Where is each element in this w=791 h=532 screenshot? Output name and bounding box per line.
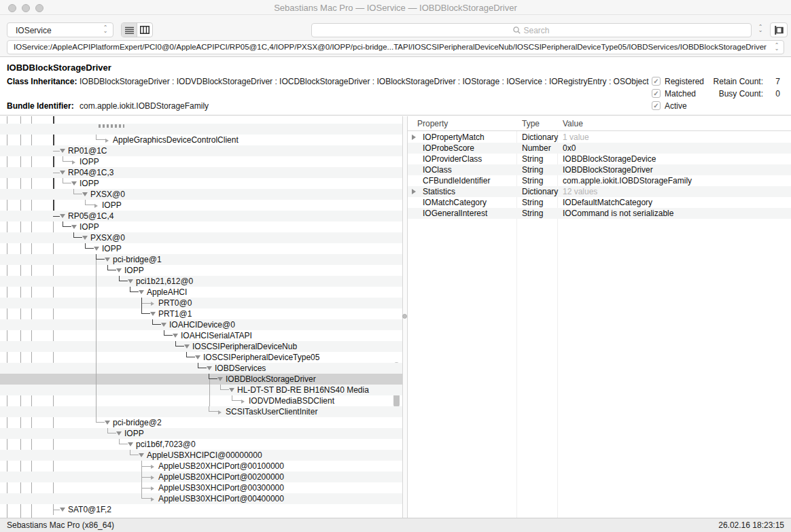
- path-bar[interactable]: IOService:/AppleACPIPlatformExpert/PCI0@…: [7, 40, 784, 54]
- disclosure-triangle-icon[interactable]: [105, 421, 110, 425]
- tree-row[interactable]: RP05@1C,4: [68, 212, 114, 221]
- disclosure-triangle-icon[interactable]: [139, 453, 144, 457]
- active-checkbox[interactable]: ✓: [652, 101, 661, 110]
- tree-row[interactable]: IOAHCISerialATAPI: [181, 332, 252, 340]
- disclosure-triangle-icon[interactable]: [207, 366, 212, 370]
- property-cell[interactable]: CFBundleIdentifier: [423, 177, 490, 185]
- tree-row[interactable]: AppleAHCI: [147, 288, 187, 297]
- toggle-inspector-button[interactable]: [770, 22, 788, 37]
- property-cell[interactable]: IOPropertyMatch: [423, 133, 485, 142]
- disclosure-triangle-icon[interactable]: [60, 508, 65, 512]
- tree-row[interactable]: pci-bridge@2: [113, 419, 162, 427]
- plane-popup[interactable]: IOService ⌃⌄: [7, 22, 113, 37]
- property-cell[interactable]: IOClass: [423, 166, 452, 175]
- property-cell[interactable]: Dictionary: [522, 133, 558, 142]
- disclosure-triangle-icon[interactable]: [82, 236, 88, 240]
- tree-row[interactable]: pci-bridge@1: [113, 255, 162, 264]
- tree-row[interactable]: IOPP: [124, 429, 144, 438]
- disclosure-triangle-icon[interactable]: [217, 377, 223, 381]
- disclosure-triangle-icon[interactable]: [128, 442, 133, 446]
- disclosure-triangle-icon[interactable]: [128, 279, 133, 283]
- disclosure-triangle-icon[interactable]: [161, 323, 166, 327]
- property-cell[interactable]: String: [522, 209, 543, 218]
- disclosure-triangle-icon[interactable]: [105, 258, 110, 262]
- property-cell[interactable]: IOBDBlockStorageDevice: [563, 155, 656, 164]
- registered-checkbox[interactable]: ✓: [652, 77, 661, 86]
- disclosure-triangle-icon[interactable]: [116, 268, 122, 272]
- tree-row[interactable]: SAT0@1F,2: [68, 506, 111, 514]
- tree-row[interactable]: IODVDMediaBSDClient: [249, 397, 334, 406]
- tree-row[interactable]: AppleUSB30XHCIPort@00400000: [158, 495, 284, 503]
- disclosure-triangle-icon[interactable]: [60, 149, 65, 153]
- property-cell[interactable]: IOProbeScore: [423, 144, 474, 153]
- tree-row[interactable]: PRT0@0: [158, 299, 192, 308]
- property-cell[interactable]: IOMatchCategory: [423, 198, 487, 207]
- disclosure-triangle-icon[interactable]: [60, 171, 65, 175]
- tree-row[interactable]: AppleUSB30XHCIPort@00300000: [158, 484, 284, 493]
- value-column-header[interactable]: Value: [563, 119, 583, 128]
- tree-row[interactable]: IOSCSIPeripheralDeviceType05: [203, 353, 319, 362]
- tree-row[interactable]: IOSCSIPeripheralDeviceNub: [192, 342, 297, 351]
- search-history-stepper[interactable]: ⌃⌄: [756, 23, 765, 38]
- tree-row[interactable]: AppleUSBXHCIPCI@00000000: [147, 451, 262, 460]
- tree-row[interactable]: RP04@1C,3: [68, 169, 114, 177]
- disclosure-triangle-icon[interactable]: [116, 431, 122, 436]
- tree-row[interactable]: pci1b6f,7023@0: [136, 440, 196, 449]
- tree-row[interactable]: IOPP: [80, 158, 99, 166]
- disclosure-triangle-icon[interactable]: [139, 290, 144, 294]
- disclosure-triangle-icon[interactable]: [412, 135, 416, 140]
- property-cell[interactable]: 0x0: [563, 144, 576, 153]
- disclosure-triangle-icon[interactable]: [184, 344, 190, 349]
- tree-row[interactable]: PRT1@1: [158, 310, 192, 319]
- disclosure-triangle-icon[interactable]: [94, 247, 99, 251]
- property-cell[interactable]: 12 values: [563, 188, 597, 196]
- tree-row[interactable]: PXSX@0: [90, 190, 125, 199]
- column-view-segment[interactable]: [137, 23, 152, 37]
- property-cell[interactable]: IODefaultMatchCategory: [563, 198, 652, 207]
- disclosure-triangle-icon[interactable]: [173, 334, 178, 338]
- tree-row[interactable]: HL-DT-ST BD-RE BH16NS40 Media: [237, 386, 369, 395]
- property-column-header[interactable]: Property: [417, 119, 448, 128]
- search-field[interactable]: Search: [311, 23, 752, 37]
- property-cell[interactable]: String: [522, 166, 543, 175]
- disclosure-triangle-icon[interactable]: [195, 355, 200, 359]
- property-cell[interactable]: 1 value: [563, 133, 589, 142]
- property-cell[interactable]: IOProviderClass: [423, 155, 482, 164]
- tree-row[interactable]: AppleUSB20XHCIPort@00200000: [158, 473, 284, 482]
- tree-row[interactable]: IOPP: [102, 245, 122, 253]
- property-cell[interactable]: IOGeneralInterest: [423, 209, 487, 218]
- tree-row[interactable]: AppleUSB20XHCIPort@00100000: [158, 462, 284, 471]
- disclosure-triangle-icon[interactable]: [412, 189, 416, 194]
- type-column-header[interactable]: Type: [522, 119, 540, 128]
- outline-view-segment[interactable]: [122, 23, 137, 37]
- property-cell[interactable]: Number: [522, 144, 551, 153]
- tree-row[interactable]: IOBDBlockStorageDriver: [226, 375, 316, 384]
- tree-row[interactable]: pci1b21,612@0: [136, 277, 193, 286]
- tree-row[interactable]: IOPP: [80, 179, 99, 188]
- matched-checkbox[interactable]: ✓: [652, 89, 661, 98]
- tree-row[interactable]: IOAHCIDevice@0: [169, 321, 235, 330]
- property-cell[interactable]: String: [522, 177, 543, 185]
- disclosure-triangle-icon[interactable]: [71, 225, 77, 229]
- property-cell[interactable]: IOBDBlockStorageDriver: [563, 166, 653, 175]
- property-cell[interactable]: String: [522, 198, 543, 207]
- property-cell[interactable]: IOCommand is not serializable: [563, 209, 673, 218]
- tree-row[interactable]: SCSITaskUserClientIniter: [226, 408, 317, 416]
- split-handle[interactable]: [402, 314, 407, 319]
- property-cell[interactable]: Statistics: [423, 188, 455, 196]
- tree-row[interactable]: IOPP: [124, 266, 144, 275]
- tree-row[interactable]: PXSX@0: [90, 234, 125, 243]
- disclosure-triangle-icon[interactable]: [150, 312, 156, 316]
- property-cell[interactable]: Dictionary: [522, 188, 558, 196]
- tree-row[interactable]: IOPP: [102, 201, 122, 210]
- property-cell[interactable]: String: [522, 155, 543, 164]
- disclosure-triangle-icon[interactable]: [60, 214, 65, 218]
- tree-row[interactable]: RP01@1C: [68, 147, 107, 156]
- path-stepper-icon[interactable]: ⌃⌄: [773, 43, 780, 50]
- tree-row[interactable]: IOPP: [80, 223, 99, 232]
- disclosure-triangle-icon[interactable]: [82, 192, 88, 196]
- tree-row[interactable]: IOBDServices: [215, 364, 266, 373]
- disclosure-triangle-icon[interactable]: [71, 181, 77, 185]
- tree-row[interactable]: AppleGraphicsDeviceControlClient: [113, 136, 239, 145]
- property-cell[interactable]: com.apple.iokit.IOBDStorageFamily: [563, 177, 692, 185]
